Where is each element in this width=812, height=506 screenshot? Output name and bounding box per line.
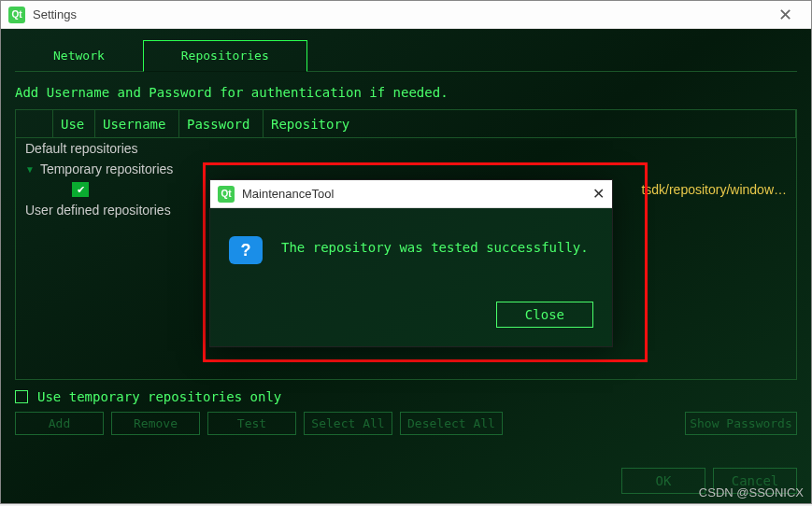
temp-only-checkbox[interactable] <box>15 390 28 403</box>
dialog-message: The repository was tested successfully. <box>281 240 589 255</box>
dialog-message-row: ? The repository was tested successfully… <box>229 236 593 264</box>
dialog-body: ? The repository was tested successfully… <box>210 208 612 346</box>
window-title: Settings <box>33 7 77 21</box>
title-bar: Qt Settings ✕ <box>1 1 811 29</box>
close-icon[interactable]: ✕ <box>766 5 804 25</box>
row-label: Default repositories <box>25 141 138 156</box>
row-label: Temporary repositories <box>40 162 173 176</box>
tab-repositories[interactable]: Repositories <box>143 40 307 72</box>
temp-only-label: Use temporary repositories only <box>37 389 281 404</box>
row-temporary-repos[interactable]: ▼ Temporary repositories <box>16 159 796 179</box>
qt-logo-icon: Qt <box>8 7 25 23</box>
settings-window: Qt Settings ✕ Network Repositories Add U… <box>0 0 812 504</box>
select-all-button[interactable]: Select All <box>304 412 392 435</box>
dialog-title-bar: Qt MaintenanceTool ✕ <box>210 180 612 208</box>
deselect-all-button[interactable]: Deselect All <box>400 412 503 435</box>
use-checkbox-checked[interactable]: ✔ <box>72 182 89 197</box>
ok-button[interactable]: OK <box>621 468 705 494</box>
close-icon[interactable]: ✕ <box>592 185 605 203</box>
dialog-title: MaintenanceTool <box>242 187 334 201</box>
close-button[interactable]: Close <box>496 302 593 328</box>
remove-button[interactable]: Remove <box>111 412 200 435</box>
maintenance-dialog: Qt MaintenanceTool ✕ ? The repository wa… <box>209 179 613 347</box>
qt-logo-icon: Qt <box>218 186 235 203</box>
instruction-text: Add Username and Password for authentica… <box>15 85 797 100</box>
header-password: Password <box>179 110 264 137</box>
header-expand <box>16 110 53 137</box>
repo-url: tsdk/repository/window… <box>641 182 787 197</box>
watermark: CSDN @SSONICX <box>699 485 804 499</box>
test-button[interactable]: Test <box>207 412 296 435</box>
header-use: Use <box>53 110 95 137</box>
button-row: Add Remove Test Select All Deselect All … <box>15 412 797 435</box>
row-default-repos[interactable]: Default repositories <box>16 138 796 159</box>
question-icon: ? <box>229 236 263 264</box>
tab-network[interactable]: Network <box>15 40 143 71</box>
show-passwords-button[interactable]: Show Passwords <box>685 412 797 435</box>
temp-only-row[interactable]: Use temporary repositories only <box>15 389 797 404</box>
row-label: User defined repositories <box>25 203 171 218</box>
tab-bar: Network Repositories <box>15 40 797 72</box>
add-button[interactable]: Add <box>15 412 104 435</box>
chevron-down-icon[interactable]: ▼ <box>25 164 35 175</box>
table-header: Use Username Password Repository <box>16 110 796 138</box>
header-repository: Repository <box>264 110 796 137</box>
header-username: Username <box>95 110 179 137</box>
dialog-button-row: Close <box>229 302 593 328</box>
